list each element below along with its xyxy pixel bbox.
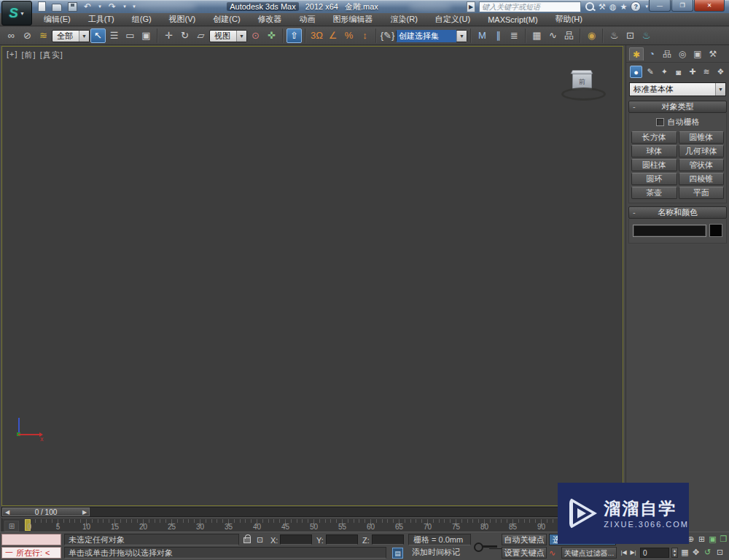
select-and-rotate-button[interactable]: ↻ ▼ bbox=[177, 28, 192, 43]
object-name-field[interactable] bbox=[633, 225, 706, 237]
orbit-icon[interactable]: ↺ bbox=[703, 547, 712, 557]
tab-utilities-icon[interactable]: ⚒ bbox=[706, 47, 720, 61]
next-frame-button[interactable]: ▶ bbox=[80, 508, 89, 516]
maxscript-mini-listener[interactable]: 一 所在行: < bbox=[1, 547, 61, 559]
time-slider-track[interactable]: ◀ 0 / 100 ▶ bbox=[1, 507, 624, 517]
percent-snap-toggle[interactable]: % ▼ bbox=[341, 28, 356, 43]
frame-spinner[interactable]: ▲▼ bbox=[671, 548, 678, 558]
menu-modifiers[interactable]: 修改器 bbox=[249, 14, 291, 25]
select-and-link-icon[interactable]: ∞ ▼ bbox=[4, 28, 19, 43]
rectangular-selection-region-button[interactable]: ▭ ▼ bbox=[122, 28, 138, 43]
toolbar-button[interactable]: ▼ bbox=[470, 28, 472, 43]
keyboard-override-toggle[interactable]: ⇧ ▼ bbox=[286, 28, 302, 43]
communication-center-icon[interactable]: ◍ bbox=[609, 2, 617, 12]
menu-maxscript[interactable]: MAXScript(M) bbox=[479, 15, 546, 24]
zoom-extents-all-icon[interactable]: ❒ bbox=[719, 534, 728, 544]
button-plane[interactable]: 平面 bbox=[679, 187, 725, 199]
menu-animation[interactable]: 动画 bbox=[291, 14, 324, 25]
curve-editor-button[interactable]: ∿ ▼ bbox=[545, 28, 561, 43]
button-box[interactable]: 长方体 bbox=[631, 131, 677, 144]
button-cone[interactable]: 圆锥体 bbox=[679, 131, 725, 144]
wrench-icon[interactable]: ⚒ bbox=[599, 2, 606, 12]
viewport-general-menu[interactable]: [+] bbox=[7, 50, 18, 61]
time-slider-handle[interactable]: ◀ 0 / 100 ▶ bbox=[2, 508, 90, 516]
layer-manager-button[interactable]: ≣ ▼ bbox=[507, 28, 522, 43]
graphite-ribbon-toggle[interactable]: ▦ ▼ bbox=[529, 28, 545, 43]
render-production-button[interactable]: ♨ ▼ bbox=[639, 28, 654, 43]
subtab-cameras-icon[interactable]: ◙ bbox=[672, 66, 685, 78]
toolbar-button[interactable]: ▼ bbox=[580, 28, 581, 43]
unlink-selection-icon[interactable]: ⊘ ▼ bbox=[20, 28, 35, 43]
subtab-systems-icon[interactable]: ❖ bbox=[714, 66, 727, 78]
absolute-mode-icon[interactable]: ⊡ bbox=[255, 534, 265, 545]
application-button[interactable]: S ▼ bbox=[1, 1, 32, 26]
snaps-toggle-3d[interactable]: 3Ω ▼ bbox=[309, 28, 324, 43]
macro-recorder-field[interactable] bbox=[1, 534, 61, 545]
set-key-button[interactable]: 设置关键点 bbox=[502, 547, 547, 559]
rendered-frame-window-button[interactable]: ⊡ ▼ bbox=[623, 28, 638, 43]
toolbar-button[interactable]: ▼ bbox=[305, 28, 306, 43]
object-color-swatch[interactable] bbox=[709, 224, 722, 237]
select-and-manipulate-button[interactable]: ✜ ▼ bbox=[264, 28, 279, 43]
menu-edit[interactable]: 编辑(E) bbox=[35, 14, 79, 25]
button-tube[interactable]: 管状体 bbox=[679, 159, 725, 171]
redo-dropdown-caret[interactable]: ▼ bbox=[122, 4, 127, 9]
time-tag-icon[interactable]: ▤ bbox=[392, 548, 403, 559]
zoom-extents-icon[interactable]: ▣ bbox=[708, 534, 717, 544]
undo-icon[interactable]: ↶ bbox=[82, 2, 93, 12]
undo-dropdown-caret[interactable]: ▼ bbox=[98, 4, 102, 9]
mirror-button[interactable]: M ▼ bbox=[475, 28, 490, 43]
key-mode-toggle-icon[interactable]: ▦ bbox=[680, 547, 690, 557]
select-object-button[interactable]: ↖ ▼ bbox=[90, 28, 106, 43]
key-filters-button[interactable]: 关键点过滤器... bbox=[561, 547, 617, 559]
window-crossing-toggle[interactable]: ▣ ▼ bbox=[139, 28, 154, 43]
z-coordinate-field[interactable] bbox=[372, 534, 404, 545]
front-viewport[interactable]: [+] [前] [真实] 前 x bbox=[1, 46, 623, 506]
zoom-all-icon[interactable]: ⊞ bbox=[697, 534, 706, 544]
button-torus[interactable]: 圆环 bbox=[631, 173, 677, 185]
menu-views[interactable]: 视图(V) bbox=[160, 14, 205, 25]
tab-create-icon[interactable]: ✱ bbox=[629, 47, 644, 61]
toolbar-button[interactable]: ▼ bbox=[525, 28, 526, 43]
viewport-shading-menu[interactable]: [真实] bbox=[40, 50, 63, 61]
save-file-icon[interactable] bbox=[67, 2, 77, 12]
toolbar-options-caret[interactable]: ▼ bbox=[132, 4, 136, 9]
search-history-button[interactable]: ▶ bbox=[467, 1, 475, 12]
go-to-end-icon[interactable]: ▶| bbox=[628, 547, 638, 557]
close-button[interactable]: ✕ bbox=[694, 0, 725, 12]
object-type-rollout-header[interactable]: 对象类型 bbox=[628, 101, 727, 113]
selection-filter-dropdown[interactable]: 全部 ▼ bbox=[52, 30, 90, 42]
menu-tools[interactable]: 工具(T) bbox=[79, 14, 123, 25]
subtab-geometry-icon[interactable]: ● bbox=[630, 66, 642, 78]
reference-coordinate-dropdown[interactable]: 视图 ▼ bbox=[209, 30, 247, 42]
x-coordinate-field[interactable] bbox=[280, 534, 312, 545]
use-pivot-center-button[interactable]: ⊙ ▼ bbox=[248, 28, 263, 43]
toolbar-button[interactable]: ▼ bbox=[157, 28, 158, 43]
menu-create[interactable]: 创建(C) bbox=[204, 14, 249, 25]
button-pyramid[interactable]: 四棱锥 bbox=[679, 173, 725, 185]
search-icon[interactable] bbox=[585, 2, 595, 12]
toolbar-button[interactable]: ▼ bbox=[282, 28, 284, 43]
search-input[interactable] bbox=[479, 1, 581, 12]
previous-frame-button[interactable]: ◀ bbox=[3, 508, 12, 516]
tab-hierarchy-icon[interactable]: 品 bbox=[660, 47, 674, 61]
go-to-start-icon[interactable]: |◀ bbox=[619, 547, 628, 557]
subtab-lights-icon[interactable]: ✦ bbox=[658, 66, 671, 78]
open-file-icon[interactable] bbox=[52, 2, 62, 12]
autogrid-checkbox[interactable] bbox=[656, 118, 664, 126]
menu-help[interactable]: 帮助(H) bbox=[547, 14, 591, 25]
toolbar-button[interactable]: ▼ bbox=[375, 28, 377, 43]
render-setup-button[interactable]: ♨ ▼ bbox=[607, 28, 622, 43]
align-button[interactable]: ∥ ▼ bbox=[491, 28, 506, 43]
menu-graph-editors[interactable]: 图形编辑器 bbox=[324, 14, 382, 25]
edit-named-selection-sets-button[interactable]: {✎} ▼ bbox=[380, 28, 395, 43]
bind-to-space-warp-icon[interactable]: ≋ ▼ bbox=[36, 28, 51, 43]
help-icon[interactable]: ? bbox=[631, 1, 641, 12]
tab-motion-icon[interactable]: ◎ bbox=[675, 47, 690, 61]
primitive-category-dropdown[interactable]: 标准基本体 ▼ bbox=[629, 82, 726, 96]
spinner-snap-toggle[interactable]: ↕ ▼ bbox=[357, 28, 373, 43]
angle-snap-toggle[interactable]: ∠ ▼ bbox=[325, 28, 340, 43]
button-teapot[interactable]: 茶壶 bbox=[631, 187, 677, 199]
favorites-star-icon[interactable]: ★ bbox=[620, 2, 627, 12]
pan-hand-icon[interactable]: ✥ bbox=[691, 547, 701, 557]
